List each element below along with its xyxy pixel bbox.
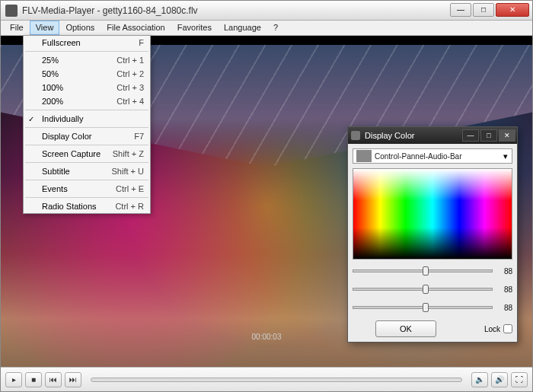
dialog-footer: OK Lock [353,320,512,337]
playback-time: 00:00:03 [252,333,282,341]
ok-button[interactable]: OK [375,320,436,337]
menu-item-25-[interactable]: 25%Ctrl + 1 [24,53,150,67]
menu-separator [25,197,148,198]
dialog-icon [351,131,360,140]
color-slider-2: 88 [353,301,512,314]
menu-separator [25,51,148,52]
menu-item-shortcut: Ctrl + 3 [116,83,144,92]
slider-thumb[interactable] [423,266,429,276]
slider-thumb[interactable] [423,303,429,312]
menu-item-radio-stations[interactable]: Radio StationsCtrl + R [24,199,150,213]
dialog-minimize-button[interactable]: — [462,129,479,142]
menu-item-100-[interactable]: 100%Ctrl + 3 [24,81,150,94]
menu-item-shortcut: F7 [134,132,144,141]
menu-separator [25,110,148,110]
menu-item-shortcut: Ctrl + E [116,184,144,193]
prev-button[interactable]: ⏮ [45,372,62,387]
control-bar: ▸ ■ ⏮ ⏭ 🔈 🔊 ⛶ [1,367,532,391]
slider-value: 88 [497,304,512,312]
target-combo[interactable]: Control-Pannel-Audio-Bar ▾ [353,148,512,164]
menu-item-200-[interactable]: 200%Ctrl + 4 [24,94,150,108]
menu-item-label: 200% [42,97,63,106]
menu-view[interactable]: View [30,21,60,35]
menu-item-individually[interactable]: Individually [24,112,150,126]
lock-input[interactable] [503,324,512,333]
menu-favorites[interactable]: Favorites [171,21,218,35]
combo-value: Control-Pannel-Audio-Bar [375,152,499,161]
lock-checkbox[interactable]: Lock [484,324,512,333]
color-spectrum[interactable] [353,168,512,260]
menu-item-shortcut: F [139,38,144,47]
window-buttons: — □ ✕ [448,3,529,18]
color-slider-1: 88 [353,282,512,296]
close-button[interactable]: ✕ [496,3,529,17]
window-title: FLV-Media-Player - getty1160-84_1080c.fl… [22,5,448,16]
dialog-body: Control-Pannel-Audio-Bar ▾ 888888 OK Loc… [348,144,517,342]
menubar: FileViewOptionsFile AssociationFavorites… [1,21,532,36]
menu-file[interactable]: File [4,21,30,35]
fullscreen-button[interactable]: ⛶ [511,372,528,387]
menu-separator [25,145,148,145]
menu-item-shortcut: Shift + U [112,167,145,176]
slider-value: 88 [497,285,512,294]
slider-track[interactable] [353,288,493,291]
menu-item-events[interactable]: EventsCtrl + E [24,182,150,196]
menu-item-label: 25% [42,56,59,65]
menu-item-display-color[interactable]: Display ColorF7 [24,129,150,143]
app-icon [5,5,18,17]
seek-bar[interactable] [91,378,462,382]
menu-file-association[interactable]: File Association [101,21,171,35]
menu-item-label: Radio Stations [42,202,97,211]
slider-value: 88 [497,267,512,276]
dialog-close-button[interactable]: ✕ [499,129,515,142]
menu-item-50-[interactable]: 50%Ctrl + 2 [24,67,150,81]
color-slider-0: 88 [353,264,512,278]
chevron-down-icon[interactable]: ▾ [499,151,512,161]
menu-item-shortcut: Ctrl + 4 [116,97,144,106]
display-color-dialog: Display Color — □ ✕ Control-Pannel-Audio… [347,126,518,343]
play-button[interactable]: ▸ [5,372,22,387]
menu-item-fullscreen[interactable]: FullscreenF [24,36,150,49]
menu-item-screen-capture[interactable]: Screen CaptureShift + Z [24,147,150,161]
menu-separator [25,127,148,128]
menu-item-subtitle[interactable]: SubtitleShift + U [24,164,150,178]
menu-item-label: Subtitle [42,167,70,176]
dialog-maximize-button[interactable]: □ [480,129,497,142]
menu-separator [25,162,148,163]
lock-label: Lock [484,325,500,333]
combo-swatch [356,150,372,162]
stop-button[interactable]: ■ [25,372,42,387]
menu-language[interactable]: Language [218,21,267,35]
menu-item-label: 50% [42,69,59,78]
menu-item-shortcut: Shift + Z [113,149,144,158]
menu-?[interactable]: ? [267,21,284,35]
menu-item-label: Events [42,184,68,193]
menu-item-label: Fullscreen [42,38,81,47]
volume-button[interactable]: 🔊 [491,372,508,387]
maximize-button[interactable]: □ [473,3,494,17]
mute-button[interactable]: 🔈 [471,372,488,387]
next-button[interactable]: ⏭ [65,372,81,387]
titlebar: FLV-Media-Player - getty1160-84_1080c.fl… [1,1,532,21]
menu-separator [25,180,148,180]
menu-item-label: Individually [42,114,83,123]
menu-item-label: 100% [42,83,63,92]
slider-thumb[interactable] [423,285,429,294]
minimize-button[interactable]: — [450,3,471,17]
menu-item-label: Screen Capture [42,149,101,158]
menu-item-label: Display Color [42,132,91,141]
slider-track[interactable] [353,306,493,309]
view-menu-dropdown: FullscreenF25%Ctrl + 150%Ctrl + 2100%Ctr… [23,35,151,214]
menu-options[interactable]: Options [59,21,101,35]
menu-item-shortcut: Ctrl + 1 [116,56,144,65]
menu-item-shortcut: Ctrl + 2 [116,69,144,78]
menu-item-shortcut: Ctrl + R [115,202,144,211]
dialog-titlebar: Display Color — □ ✕ [348,127,517,144]
dialog-title: Display Color [365,131,414,140]
slider-track[interactable] [353,269,493,272]
